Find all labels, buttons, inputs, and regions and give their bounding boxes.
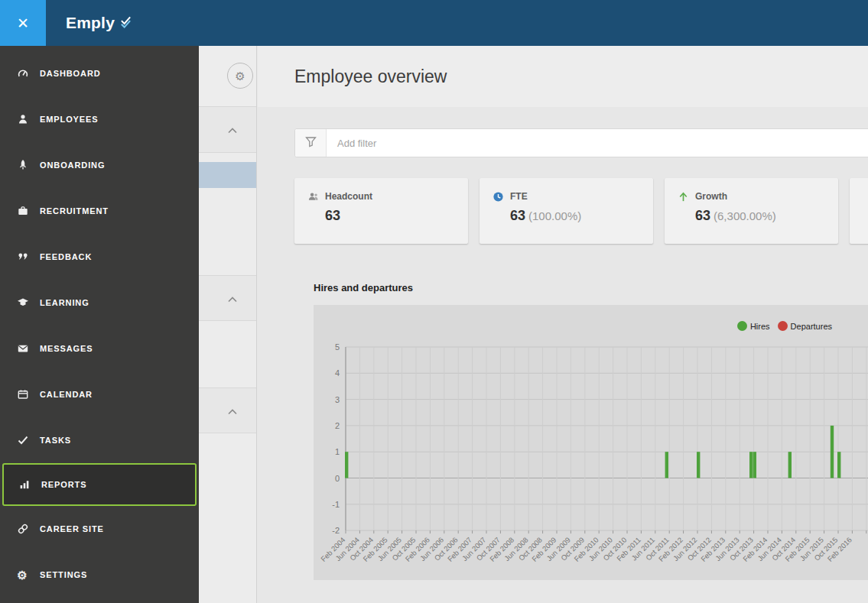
chevron-up-icon bbox=[227, 125, 238, 138]
panel-spacer bbox=[199, 321, 256, 387]
brand-name: Emply bbox=[66, 14, 115, 32]
chart-svg: 543210-1-2Feb 2004Jun 2004Oct 2004Feb 20… bbox=[314, 305, 868, 580]
close-menu-button[interactable]: ✕ bbox=[0, 0, 46, 46]
sidebar-item-calendar[interactable]: CALENDAR bbox=[0, 371, 199, 417]
sidebar-item-label: MESSAGES bbox=[40, 344, 93, 353]
legend-item-hires: Hires bbox=[737, 321, 770, 331]
stat-cards-row: Headcount 63 FTE 63(100.00%) bbox=[294, 178, 868, 244]
sidebar-item-dashboard[interactable]: DASHBOARD bbox=[0, 50, 199, 96]
messages-icon bbox=[16, 342, 29, 355]
panel-section-toggle-2[interactable] bbox=[199, 275, 256, 321]
legend-label: Hires bbox=[750, 322, 770, 331]
svg-text:3: 3 bbox=[335, 395, 340, 404]
feedback-icon bbox=[16, 251, 29, 264]
legend-label: Departures bbox=[791, 322, 832, 331]
sidebar-item-label: ONBOARDING bbox=[40, 160, 105, 170]
filter-placeholder: Add filter bbox=[337, 138, 376, 149]
people-icon bbox=[307, 190, 319, 203]
reports-side-panel: ⚙ bbox=[199, 46, 257, 603]
chart-legend: Hires Departures bbox=[737, 321, 832, 331]
chart-section-title: Hires and departures bbox=[314, 282, 868, 293]
sidebar-item-label: TASKS bbox=[40, 436, 71, 445]
arrow-up-icon bbox=[677, 190, 689, 203]
sidebar-item-settings[interactable]: ⚙ SETTINGS bbox=[0, 552, 199, 598]
sidebar-item-feedback[interactable]: FEEDBACK bbox=[0, 234, 199, 280]
svg-text:1: 1 bbox=[335, 447, 340, 456]
learning-icon bbox=[16, 297, 29, 310]
chevron-up-icon bbox=[227, 293, 238, 307]
sidebar-item-onboarding[interactable]: ONBOARDING bbox=[0, 142, 199, 188]
hires-departures-chart: 543210-1-2Feb 2004Jun 2004Oct 2004Feb 20… bbox=[314, 305, 868, 580]
sidebar-item-label: RECRUITMENT bbox=[40, 206, 109, 216]
stat-sub: (100.00%) bbox=[528, 209, 581, 222]
stat-card-headcount: Headcount 63 bbox=[294, 178, 468, 244]
svg-text:-2: -2 bbox=[332, 526, 340, 535]
sidebar-item-label: FEEDBACK bbox=[40, 252, 92, 261]
recruitment-icon bbox=[16, 205, 29, 218]
stat-card-fte: FTE 63(100.00%) bbox=[480, 178, 653, 244]
svg-text:0: 0 bbox=[335, 474, 340, 483]
panel-report-list bbox=[199, 153, 256, 275]
sidebar-item-label: CAREER SITE bbox=[40, 524, 104, 533]
main-nav-sidebar: DASHBOARD EMPLOYEES ONBOARDING RECRUITME… bbox=[0, 46, 199, 603]
sidebar-item-recruitment[interactable]: RECRUITMENT bbox=[0, 188, 199, 234]
stat-value: 63 bbox=[510, 208, 525, 223]
panel-section-toggle-3[interactable] bbox=[199, 387, 256, 433]
panel-gear-button[interactable]: ⚙ bbox=[227, 63, 253, 89]
gear-icon: ⚙ bbox=[235, 70, 245, 82]
sidebar-item-learning[interactable]: LEARNING bbox=[0, 280, 199, 326]
onboarding-icon bbox=[16, 159, 29, 172]
hires-legend-dot-icon bbox=[737, 321, 747, 331]
employees-icon bbox=[16, 113, 29, 126]
sidebar-item-label: CALENDAR bbox=[40, 390, 93, 399]
tasks-icon bbox=[16, 434, 29, 447]
settings-icon: ⚙ bbox=[16, 569, 29, 582]
svg-text:5: 5 bbox=[335, 342, 340, 352]
dashboard-icon bbox=[16, 67, 29, 80]
legend-item-departures: Departures bbox=[778, 321, 832, 331]
stat-value: 63 bbox=[325, 208, 340, 223]
brand-logo[interactable]: Emply bbox=[66, 14, 132, 32]
departures-legend-dot-icon bbox=[778, 321, 788, 331]
stat-card-clipped bbox=[850, 178, 868, 244]
clock-icon bbox=[492, 190, 504, 203]
sidebar-item-label: SETTINGS bbox=[40, 570, 87, 579]
calendar-icon bbox=[16, 388, 29, 401]
stat-label: Growth bbox=[695, 191, 727, 202]
sidebar-item-employees[interactable]: EMPLOYEES bbox=[0, 96, 199, 142]
top-bar: ✕ Emply bbox=[0, 0, 868, 46]
sidebar-item-label: EMPLOYEES bbox=[40, 115, 99, 124]
panel-spacer bbox=[199, 433, 256, 603]
sidebar-item-career-site[interactable]: CAREER SITE bbox=[0, 506, 199, 552]
svg-text:-1: -1 bbox=[332, 500, 340, 509]
panel-section-toggle-1[interactable] bbox=[199, 107, 256, 153]
filter-funnel-icon bbox=[305, 136, 317, 151]
page-header: Employee overview bbox=[258, 46, 868, 107]
sidebar-item-reports[interactable]: REPORTS bbox=[2, 463, 197, 506]
close-icon: ✕ bbox=[17, 15, 29, 32]
stat-label: Headcount bbox=[325, 191, 372, 202]
svg-text:2: 2 bbox=[335, 421, 340, 430]
career-site-icon bbox=[16, 523, 29, 536]
stat-sub: (6,300.00%) bbox=[714, 209, 776, 222]
panel-selected-report[interactable] bbox=[199, 162, 256, 188]
sidebar-item-label: LEARNING bbox=[40, 298, 89, 307]
page-title: Employee overview bbox=[294, 66, 447, 87]
chevron-up-icon bbox=[227, 406, 238, 420]
add-filter-input[interactable]: Add filter bbox=[294, 128, 868, 157]
stat-card-growth: Growth 63(6,300.00%) bbox=[665, 178, 838, 244]
filter-icon-cell bbox=[295, 129, 327, 157]
sidebar-item-label: REPORTS bbox=[41, 480, 86, 489]
sidebar-item-tasks[interactable]: TASKS bbox=[0, 417, 199, 463]
emply-logo-icon bbox=[120, 14, 132, 32]
sidebar-item-messages[interactable]: MESSAGES bbox=[0, 326, 199, 371]
content-area: Add filter Headcount 63 bbox=[258, 107, 868, 580]
sidebar-item-label: DASHBOARD bbox=[40, 69, 101, 78]
panel-header: ⚙ bbox=[199, 46, 256, 107]
main-content: Employee overview Add filter Headcount bbox=[258, 46, 868, 603]
stat-value: 63 bbox=[695, 208, 710, 223]
svg-text:4: 4 bbox=[335, 368, 340, 378]
stat-label: FTE bbox=[510, 191, 528, 202]
reports-icon bbox=[18, 478, 31, 491]
